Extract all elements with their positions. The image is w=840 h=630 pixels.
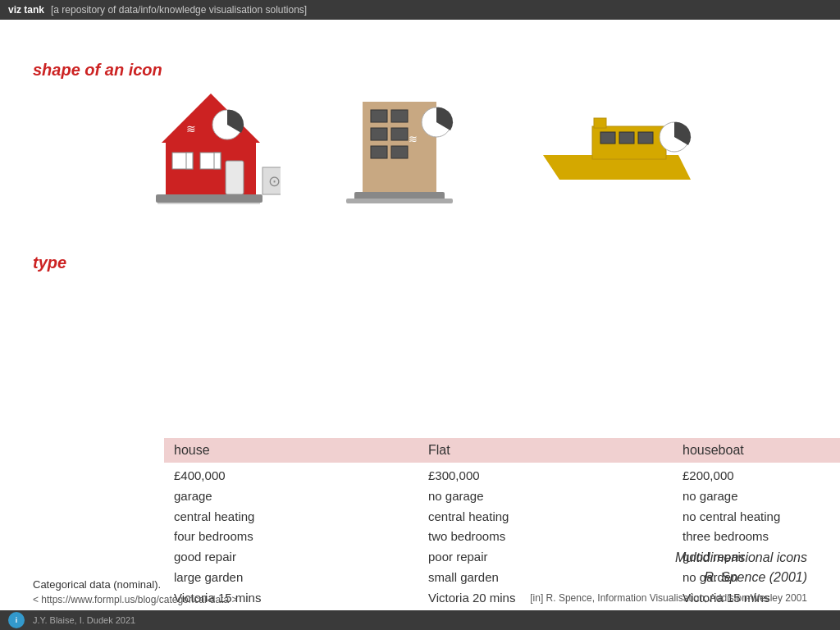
svg-rect-27: [638, 132, 653, 144]
svg-rect-29: [594, 118, 606, 128]
flat-heating: central heating: [428, 507, 663, 527]
houseboat-parking: no garage: [682, 486, 840, 507]
house-parking: garage: [174, 486, 409, 507]
type-section-label: type: [33, 253, 66, 272]
svg-rect-19: [391, 146, 408, 158]
houseboat-bedrooms: three bedrooms: [682, 527, 840, 547]
house-price: £400,000: [174, 466, 409, 486]
houseboat-icon-container: [535, 89, 699, 196]
svg-rect-26: [619, 132, 634, 144]
brand-name: viz tank: [8, 4, 44, 16]
house-icon: ≋ ⊙: [141, 77, 281, 208]
col-header-house: house: [164, 438, 418, 463]
house-icon-container: ≋ ⊙: [141, 77, 281, 208]
book-title-line1: Multidimensional icons: [530, 548, 807, 568]
col-header-houseboat: houseboat: [673, 438, 840, 463]
reference-link[interactable]: < https://www.formpl.us/blog/categorical…: [33, 594, 237, 605]
flat-price: £300,000: [428, 466, 663, 486]
svg-marker-0: [162, 94, 260, 143]
svg-text:≋: ≋: [409, 133, 418, 145]
footer-authors: J.Y. Blaise, I. Dudek 2021: [33, 615, 135, 625]
cnrs-logo: i: [8, 612, 25, 628]
flat-parking: no garage: [428, 486, 663, 507]
svg-rect-16: [371, 128, 387, 140]
main-content: shape of an icon ≋: [0, 20, 840, 630]
citation: [in] R. Spence, Information Visualisatio…: [530, 591, 807, 605]
house-bedrooms: four bedrooms: [174, 527, 409, 547]
svg-rect-15: [391, 110, 408, 122]
svg-rect-18: [371, 146, 387, 158]
top-bar-subtitle: [a repository of data/info/knowledge vis…: [51, 4, 307, 16]
svg-rect-14: [371, 110, 387, 122]
svg-rect-23: [346, 199, 453, 203]
svg-rect-17: [391, 128, 408, 140]
houseboat-icon: [535, 89, 699, 196]
bottom-right: Multidimensional icons R. Spence (2001) …: [530, 548, 807, 605]
categorical-label: Categorical data (nominal).: [33, 578, 237, 591]
bottom-left: Categorical data (nominal). < https://ww…: [33, 578, 237, 605]
svg-rect-10: [156, 194, 262, 203]
houseboat-heating: no central heating: [682, 507, 840, 527]
flat-bedrooms: two bedrooms: [428, 527, 663, 547]
footer-bar: i J.Y. Blaise, I. Dudek 2021: [0, 610, 840, 630]
svg-text:≋: ≋: [186, 122, 196, 135]
svg-text:⊙: ⊙: [268, 173, 281, 189]
icon-section-label: shape of an icon: [33, 61, 162, 80]
house-heating: central heating: [174, 507, 409, 527]
bottom-section: Categorical data (nominal). < https://ww…: [0, 548, 840, 605]
svg-rect-7: [226, 161, 244, 194]
book-title-line2: R. Spence (2001): [530, 568, 807, 587]
svg-rect-6: [214, 153, 221, 169]
svg-rect-4: [186, 153, 193, 169]
svg-rect-25: [600, 132, 615, 144]
icons-row: ≋ ⊙: [33, 69, 807, 217]
flat-icon-container: ≋: [346, 77, 469, 208]
houseboat-price: £200,000: [682, 466, 840, 486]
flat-icon: ≋: [346, 77, 469, 208]
col-header-flat: Flat: [418, 438, 673, 463]
top-bar: viz tank [a repository of data/info/know…: [0, 0, 840, 20]
